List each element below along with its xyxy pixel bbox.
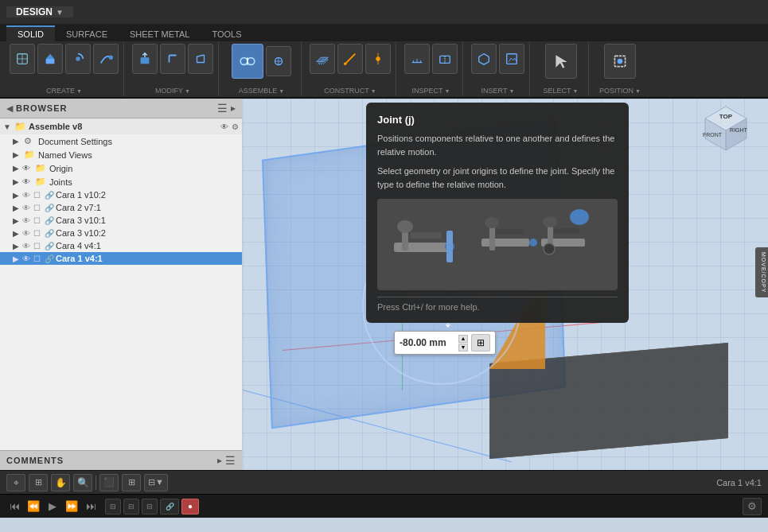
play-button[interactable]: ▶ bbox=[45, 499, 60, 515]
expand-cara2v7-icon[interactable]: ▶ bbox=[13, 204, 22, 212]
timeline-icon-2[interactable]: ⊟ bbox=[123, 499, 139, 515]
status-text: Cara 1 v4:1 bbox=[716, 478, 762, 487]
svg-point-48 bbox=[570, 209, 589, 225]
modify-press-pull-button[interactable] bbox=[132, 44, 158, 74]
cara1v4-vis-icon[interactable]: 👁 bbox=[22, 254, 33, 263]
tree-root-node[interactable]: ▼ 📁 Assemble v8 👁 ⚙ bbox=[0, 118, 242, 134]
view-style-button[interactable]: ⬛ bbox=[99, 474, 119, 491]
expand-cara3v10-1-icon[interactable]: ▶ bbox=[13, 216, 22, 225]
browser-expand-button[interactable]: ☰ bbox=[217, 102, 228, 115]
tree-node-cara2v7-1[interactable]: ▶ 👁 ☐ 🔗 Cara 2 v7:1 bbox=[0, 201, 242, 214]
cara2v7-vis-icon[interactable]: 👁 bbox=[22, 204, 33, 212]
tree-node-cara1v10-2[interactable]: ▶ 👁 ☐ 🔗 Cara 1 v10:2 bbox=[0, 188, 242, 201]
root-label: Assemble v8 bbox=[29, 122, 220, 131]
origin-folder-icon: 📁 bbox=[35, 163, 48, 173]
play-to-start-button[interactable]: ⏮ bbox=[6, 499, 22, 515]
cara4v4-check-icon[interactable]: ☐ bbox=[33, 242, 45, 250]
tab-solid[interactable]: SOLID bbox=[6, 25, 55, 41]
expand-joints-icon[interactable]: ▶ bbox=[13, 177, 22, 186]
svg-rect-41 bbox=[496, 229, 524, 235]
construct-point-button[interactable] bbox=[365, 44, 391, 74]
joints-label: Joints bbox=[49, 177, 72, 187]
step-back-button[interactable]: ⏪ bbox=[25, 499, 41, 515]
expand-root-icon[interactable]: ▼ bbox=[3, 122, 13, 131]
create-extrude-button[interactable] bbox=[37, 44, 63, 74]
grid-snap-button[interactable]: ⊞ bbox=[29, 474, 48, 491]
toolbar-group-insert-label: INSERT ▼ bbox=[481, 87, 515, 95]
assemble-joint-button[interactable] bbox=[232, 44, 263, 79]
create-revolve-button[interactable] bbox=[65, 44, 91, 74]
view-cube[interactable]: TOP FRONT RIGHT bbox=[700, 103, 752, 154]
snap-settings-button[interactable]: ⌖ bbox=[6, 474, 25, 491]
tree-node-document-settings[interactable]: ▶ ⚙ Document Settings bbox=[0, 134, 242, 148]
expand-cara1v10-icon[interactable]: ▶ bbox=[13, 191, 22, 200]
settings-button-bottom[interactable]: ⚙ bbox=[743, 498, 762, 515]
browser-menu-button[interactable]: ▸ bbox=[231, 102, 236, 115]
comments-menu-button[interactable]: ☰ bbox=[225, 454, 236, 467]
play-to-end-button[interactable]: ⏭ bbox=[83, 499, 99, 515]
workspace-label: DESIGN bbox=[16, 6, 53, 17]
inspect-section-button[interactable] bbox=[432, 44, 458, 74]
workspace-button[interactable]: DESIGN ▼ bbox=[6, 6, 73, 17]
root-settings-icon[interactable]: ⚙ bbox=[232, 122, 239, 131]
timeline-record-button[interactable]: ● bbox=[181, 499, 199, 515]
cara4v4-vis-icon[interactable]: 👁 bbox=[22, 242, 33, 250]
expand-origin-icon[interactable]: ▶ bbox=[13, 164, 22, 173]
dimension-input-box: -80.00 mm ▲ ▼ ⊞ bbox=[394, 331, 496, 355]
tab-sheet-metal[interactable]: SHEET METAL bbox=[119, 27, 201, 41]
modify-chamfer-button[interactable] bbox=[188, 44, 213, 74]
cara1v10-check-icon[interactable]: ☐ bbox=[33, 191, 45, 200]
browser-collapse-button[interactable]: ◀ bbox=[6, 103, 13, 114]
cara3v10-2-vis-icon[interactable]: 👁 bbox=[22, 229, 33, 238]
create-sweep-button[interactable] bbox=[93, 44, 119, 74]
move-copy-handle[interactable]: MOVE/COPY bbox=[755, 247, 768, 297]
tree-node-named-views[interactable]: ▶ 📁 Named Views bbox=[0, 148, 242, 161]
cara1v10-vis-icon[interactable]: 👁 bbox=[22, 191, 33, 200]
tree-node-cara3v10-1[interactable]: ▶ 👁 ☐ 🔗 Cara 3 v10:1 bbox=[0, 214, 242, 227]
assemble-joint-origin-button[interactable] bbox=[266, 46, 291, 76]
position-capture-button[interactable] bbox=[604, 44, 636, 79]
select-tool-button[interactable] bbox=[545, 44, 577, 79]
cara3v10-1-check-icon[interactable]: ☐ bbox=[33, 216, 45, 225]
insert-canvas-button[interactable] bbox=[499, 44, 524, 74]
create-new-body-button[interactable] bbox=[10, 44, 35, 74]
origin-vis-icon[interactable]: 👁 bbox=[22, 164, 33, 173]
tree-node-cara1v4-1[interactable]: ▶ 👁 ☐ 🔗 Cara 1 v4:1 bbox=[0, 252, 242, 265]
cara1v4-check-icon[interactable]: ☐ bbox=[33, 254, 45, 263]
inspect-measure-button[interactable] bbox=[404, 44, 430, 74]
dimension-down-button[interactable]: ▼ bbox=[458, 344, 468, 351]
svg-point-42 bbox=[529, 239, 537, 247]
cara3v10-2-check-icon[interactable]: ☐ bbox=[33, 229, 45, 238]
expand-doc-icon[interactable]: ▶ bbox=[13, 137, 22, 146]
comments-expand-button[interactable]: ▸ bbox=[217, 454, 222, 467]
tree-node-cara4v4-1[interactable]: ▶ 👁 ☐ 🔗 Cara 4 v4:1 bbox=[0, 239, 242, 252]
joints-vis-icon[interactable]: 👁 bbox=[22, 177, 33, 186]
expand-named-views-icon[interactable]: ▶ bbox=[13, 150, 22, 159]
display-settings-button[interactable]: ⊟▼ bbox=[144, 474, 168, 491]
root-vis-icon[interactable]: 👁 bbox=[220, 122, 228, 131]
insert-mesh-button[interactable] bbox=[471, 44, 497, 74]
tree-node-origin[interactable]: ▶ 👁 📁 Origin bbox=[0, 161, 242, 175]
timeline-icon-4[interactable]: 🔗 bbox=[160, 499, 179, 515]
dimension-up-button[interactable]: ▲ bbox=[458, 335, 468, 343]
tab-tools[interactable]: TOOLS bbox=[201, 27, 252, 41]
step-forward-button[interactable]: ⏩ bbox=[64, 499, 80, 515]
dimension-expand-button[interactable]: ⊞ bbox=[471, 334, 490, 351]
cara2v7-check-icon[interactable]: ☐ bbox=[33, 204, 45, 212]
zoom-button[interactable]: 🔍 bbox=[73, 474, 92, 491]
tree-node-joints[interactable]: ▶ 👁 📁 Joints bbox=[0, 175, 242, 188]
expand-cara4v4-icon[interactable]: ▶ bbox=[13, 242, 22, 250]
cara4v4-link-icon: 🔗 bbox=[45, 242, 56, 250]
expand-cara3v10-2-icon[interactable]: ▶ bbox=[13, 229, 22, 238]
construct-offset-plane-button[interactable] bbox=[310, 44, 335, 74]
expand-cara1v4-icon[interactable]: ▶ bbox=[13, 254, 22, 263]
timeline-icon-3[interactable]: ⊟ bbox=[142, 499, 158, 515]
pan-button[interactable]: ✋ bbox=[51, 474, 70, 491]
cara3v10-1-vis-icon[interactable]: 👁 bbox=[22, 216, 33, 225]
timeline-icon-1[interactable]: ⊟ bbox=[105, 499, 121, 515]
tab-surface[interactable]: SURFACE bbox=[55, 27, 119, 41]
construct-axis-button[interactable] bbox=[337, 44, 363, 74]
modify-fillet-button[interactable] bbox=[160, 44, 185, 74]
tree-node-cara3v10-2[interactable]: ▶ 👁 ☐ 🔗 Cara 3 v10:2 bbox=[0, 227, 242, 239]
grid-button[interactable]: ⊞ bbox=[122, 474, 141, 491]
